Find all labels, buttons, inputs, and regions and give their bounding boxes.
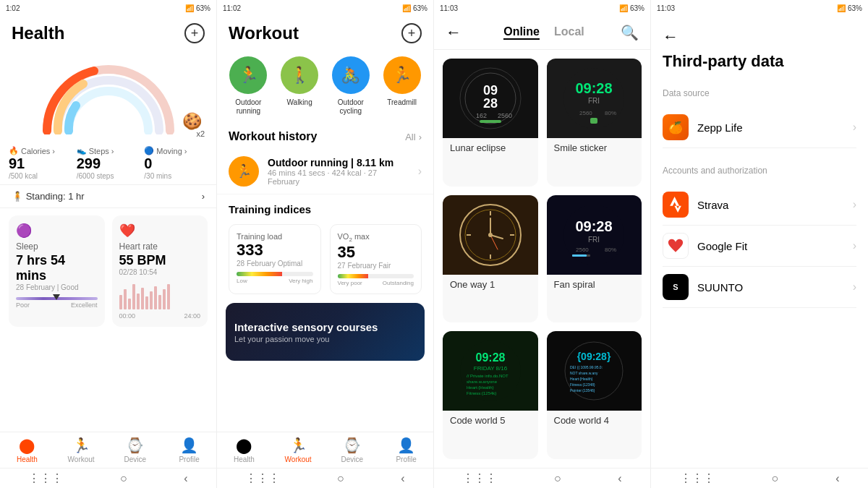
search-icon[interactable]: 🔍 [621, 24, 639, 41]
move-icon: 🔵 [144, 146, 154, 155]
workout-history-arrow: › [419, 132, 422, 142]
activity-cycling[interactable]: 🚴 Outdoorcycling [332, 56, 370, 116]
activity-treadmill[interactable]: 🏃 Treadmill [383, 56, 421, 116]
stand-icon: 🧍 [12, 191, 23, 202]
android-nav-3: ⋮⋮⋮ ○ ‹ [434, 468, 650, 488]
svg-text:2560: 2560 [579, 110, 592, 116]
hr-value: 55 BPM [119, 253, 201, 268]
training-load-card[interactable]: Training load 333 28 February Optimal Lo… [229, 224, 321, 294]
svg-rect-12 [590, 118, 597, 124]
smile-face: 09:28 FRI 2560 80% [547, 59, 642, 138]
code5-label: Code world 5 [443, 411, 538, 432]
watchface-smile-sticker[interactable]: 09:28 FRI 2560 80% Smile sticker [547, 59, 642, 187]
nav-profile[interactable]: 👤 Profile [162, 437, 216, 463]
watchface-code4[interactable]: {09:28} DEI {{ 1095.99.95.0: NOT share.w… [547, 331, 642, 459]
moving-stat[interactable]: 🔵Moving › 0 /30 mins [144, 146, 208, 180]
watchface-one-way[interactable]: One way 1 [443, 195, 538, 323]
watchface-lunar-eclipse[interactable]: 09 28 162 2560 Lunar eclipse [443, 59, 538, 187]
thirdparty-back-button[interactable]: ← [663, 27, 856, 46]
hr-title: Heart rate [119, 241, 201, 252]
zepplife-arrow: › [853, 121, 856, 134]
watch-face-grid: 09 28 162 2560 Lunar eclipse 09:28 FRI 2… [434, 50, 650, 468]
tl-bar-labels: Low Very high [237, 278, 313, 284]
tl-sub: 28 February Optimal [237, 260, 313, 267]
nav-health[interactable]: ⬤ Health [0, 437, 54, 463]
training-section: Training indices Training load 333 28 Fe… [217, 194, 433, 303]
fire-icon: 🔥 [9, 146, 19, 155]
workout-history-item[interactable]: 🏃 Outdoor running | 8.11 km 46 mins 41 s… [217, 149, 433, 194]
standing-label: Standing: 1 hr [26, 191, 85, 202]
standing-row[interactable]: 🧍 Standing: 1 hr › [0, 185, 216, 208]
workout-history-header: Workout history All › [217, 124, 433, 149]
heartrate-card[interactable]: ❤️ Heart rate 55 BPM 02/28 10:54 00:00 [112, 215, 208, 327]
back-btn-1[interactable]: ‹ [184, 472, 187, 485]
workout-add-button[interactable]: + [401, 23, 422, 43]
back-btn-2[interactable]: ‹ [401, 472, 404, 485]
suunto-name: SUUNTO [697, 281, 743, 294]
svg-text:{09:28}: {09:28} [577, 351, 611, 362]
watchface-fan-spiral[interactable]: 09:28 FRI 2560 80% Fan spiral [547, 195, 642, 323]
watchface-back-button[interactable]: ← [446, 23, 461, 42]
run-history-arrow: › [418, 165, 422, 178]
strava-item[interactable]: Strava › [663, 184, 856, 226]
home-btn-2[interactable]: ○ [337, 472, 344, 485]
course-banner[interactable]: Interactive sensory courses Let your pas… [226, 303, 425, 361]
back-btn-3[interactable]: ‹ [618, 472, 621, 485]
zepp-life-item[interactable]: 🍊 Zepp Life › [663, 107, 856, 148]
status-bar-1: 1:02 📶 63% [0, 0, 216, 16]
svg-text:// Private info.do.NOT: // Private info.do.NOT [467, 374, 509, 378]
svg-text:FRIDAY 8/16: FRIDAY 8/16 [474, 365, 508, 372]
tab-local[interactable]: Local [554, 25, 584, 40]
walking-label: Walking [287, 98, 312, 107]
home-btn-3[interactable]: ○ [554, 472, 561, 485]
tab-online[interactable]: Online [503, 25, 540, 40]
back-btn-4[interactable]: ‹ [835, 472, 839, 485]
tl-value: 333 [237, 241, 313, 260]
menu-btn-1[interactable]: ⋮⋮⋮ [28, 471, 63, 485]
nav-device[interactable]: ⌚ Device [109, 437, 163, 463]
sleep-card[interactable]: 🟣 Sleep 7 hrs 54 mins 28 February | Good… [9, 215, 105, 327]
activity-outdoor-running[interactable]: 🏃 Outdoorrunning [229, 56, 267, 116]
workout-history-title: Workout history [229, 130, 317, 143]
health-panel: 1:02 📶 63% Health + 🍪 x2 🔥Calories › 91 … [0, 0, 217, 488]
steps-stat[interactable]: 👟Steps › 299 /6000 steps [77, 146, 140, 180]
googlefit-item[interactable]: Google Fit › [663, 226, 856, 267]
googlefit-name: Google Fit [697, 240, 747, 252]
nav-profile-2[interactable]: 👤 Profile [379, 437, 433, 463]
sleep-value: 7 hrs 54 mins [16, 253, 98, 283]
vo2-label: VO2 max [338, 232, 414, 243]
data-source-section: Data source 🍊 Zepp Life › [651, 77, 868, 160]
nav-device-2[interactable]: ⌚ Device [326, 437, 380, 463]
nav-workout-2[interactable]: 🏃 Workout [271, 437, 326, 463]
time-2: 11:02 [223, 4, 241, 12]
time-3: 11:03 [440, 4, 458, 12]
googlefit-arrow: › [853, 239, 856, 252]
accounts-label: Accounts and authorization [663, 166, 856, 176]
activity-walking[interactable]: 🚶 Walking [281, 56, 318, 116]
training-title: Training indices [229, 203, 422, 215]
workout-history-all[interactable]: All [405, 132, 415, 142]
outdoor-run-label: Outdoorrunning [235, 98, 261, 116]
vo2-card[interactable]: VO2 max 35 27 February Fair Very poor Ou… [330, 224, 422, 294]
menu-btn-2[interactable]: ⋮⋮⋮ [245, 471, 280, 485]
home-btn-1[interactable]: ○ [120, 472, 127, 485]
home-btn-4[interactable]: ○ [772, 472, 779, 485]
svg-text:80%: 80% [605, 247, 616, 253]
suunto-item[interactable]: S SUUNTO › [663, 267, 856, 308]
svg-text:Pointer:{13546}: Pointer:{13546} [570, 388, 595, 393]
health-add-button[interactable]: + [184, 23, 205, 43]
status-bar-4: 11:03 📶 63% [651, 0, 868, 16]
run-history-icon: 🏃 [229, 156, 259, 187]
android-nav-1: ⋮⋮⋮ ○ ‹ [0, 468, 216, 488]
calories-stat[interactable]: 🔥Calories › 91 /500 kcal [9, 146, 72, 180]
nav-workout[interactable]: 🏃 Workout [54, 437, 109, 463]
watchface-code5[interactable]: 09:28 FRIDAY 8/16 // Private info.do.NOT… [443, 331, 538, 459]
menu-btn-3[interactable]: ⋮⋮⋮ [462, 471, 497, 485]
thirdparty-header: ← Third-party data [651, 16, 868, 77]
menu-btn-4[interactable]: ⋮⋮⋮ [680, 471, 715, 485]
nav-health-2[interactable]: ⬤ Health [217, 437, 271, 463]
health-chart: 🍪 x2 [0, 48, 216, 142]
strava-logo [663, 192, 689, 218]
hr-sub: 02/28 10:54 [119, 268, 201, 276]
hr-time: 00:00 24:00 [119, 312, 201, 320]
